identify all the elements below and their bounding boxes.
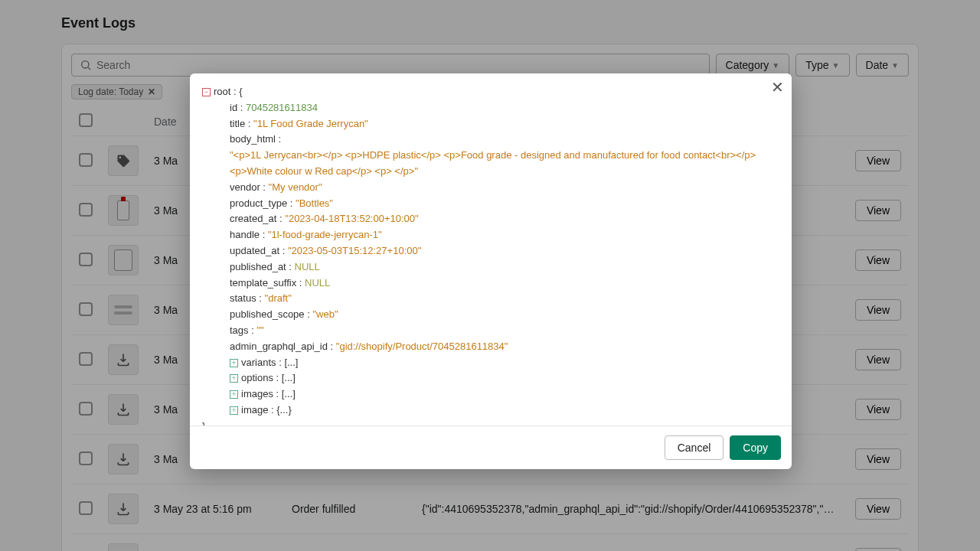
close-button[interactable]: ✕ xyxy=(771,78,784,96)
json-field-updated_at: updated_at : "2023-05-03T15:12:27+10:00" xyxy=(202,243,779,259)
json-field-vendor: vendor : "My vendor" xyxy=(202,180,779,196)
json-field-published_scope: published_scope : "web" xyxy=(202,307,779,323)
json-field-options: +options : [...] xyxy=(202,370,779,386)
expand-icon[interactable]: + xyxy=(230,374,238,383)
json-viewer-modal: ✕ −root : { id : 7045281611834title : "1… xyxy=(190,73,792,469)
json-field-product_type: product_type : "Bottles" xyxy=(202,196,779,212)
cancel-button[interactable]: Cancel xyxy=(665,435,724,460)
json-field-published_at: published_at : NULL xyxy=(202,259,779,276)
json-field-status: status : "draft" xyxy=(202,291,779,307)
json-field-variants: +variants : [...] xyxy=(202,355,779,371)
json-content: −root : { id : 7045281611834title : "1L … xyxy=(190,73,792,425)
expand-icon[interactable]: + xyxy=(230,390,238,399)
json-field-body_html: body_html :"<p>1L Jerrycan<br></p> <p>HD… xyxy=(202,132,779,179)
json-field-template_suffix: template_suffix : NULL xyxy=(202,276,779,292)
json-field-created_at: created_at : "2023-04-18T13:52:00+10:00" xyxy=(202,211,779,227)
copy-button[interactable]: Copy xyxy=(730,435,781,460)
expand-icon[interactable]: + xyxy=(230,359,238,367)
json-field-handle: handle : "1l-food-grade-jerrycan-1" xyxy=(202,227,779,243)
json-field-admin_graphql_api_id: admin_graphql_api_id : "gid://shopify/Pr… xyxy=(202,339,779,355)
json-field-title: title : "1L Food Grade Jerrycan" xyxy=(202,116,779,132)
json-field-image: +image : {...} xyxy=(202,403,779,419)
expand-icon[interactable]: + xyxy=(230,406,238,415)
json-field-images: +images : [...] xyxy=(202,386,779,403)
json-field-tags: tags : "" xyxy=(202,323,779,339)
collapse-icon[interactable]: − xyxy=(202,88,211,96)
json-field-id: id : 7045281611834 xyxy=(202,100,779,116)
